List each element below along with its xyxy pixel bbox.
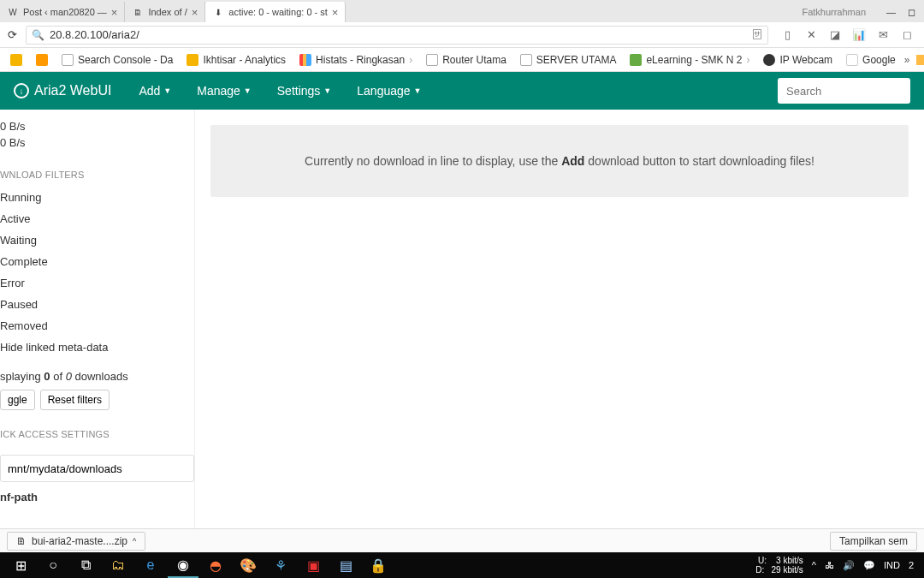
browser-tab[interactable]: 🗎 Index of / ×: [125, 2, 205, 22]
bookmarks-bar: Search Console - Da Ikhtisar - Analytics…: [0, 48, 924, 72]
show-all-downloads-button[interactable]: Tampilkan sem: [830, 532, 917, 551]
filter-waiting[interactable]: Waiting: [0, 229, 194, 251]
bookmark-item[interactable]: Google: [841, 51, 901, 69]
tray-notification-icon[interactable]: 💬: [863, 560, 875, 571]
jellyfish-icon[interactable]: ⚘: [265, 552, 296, 578]
bookmark-item[interactable]: Search Console - Da: [56, 51, 178, 69]
search-input[interactable]: [778, 78, 910, 104]
blogger-icon: [36, 54, 48, 66]
filter-removed[interactable]: Removed: [0, 315, 194, 337]
edge-icon[interactable]: e: [135, 552, 166, 578]
tab-title: active: 0 - waiting: 0 - st: [228, 7, 328, 17]
tray-chevron-icon[interactable]: ^: [812, 560, 816, 570]
search-icon[interactable]: ○: [38, 552, 68, 578]
folder-icon: [916, 55, 924, 65]
aria2-logo-icon: ↓: [14, 83, 29, 98]
file-explorer-icon[interactable]: 🗂: [103, 552, 133, 578]
download-chip[interactable]: 🗎 bui-aria2-maste....zip ^: [7, 532, 145, 551]
google-g-icon: [846, 54, 858, 66]
elearning-icon: [630, 54, 642, 66]
bookmark-item[interactable]: [5, 51, 27, 69]
minimize-icon[interactable]: —: [886, 7, 896, 18]
chevron-up-icon: ^: [133, 537, 136, 545]
analytics-icon: [187, 54, 198, 66]
translate-icon[interactable]: 🈂: [751, 28, 762, 41]
chevron-down-icon: ▼: [163, 86, 171, 95]
clock[interactable]: 2: [909, 560, 914, 570]
file-icon: 🗎: [16, 535, 27, 547]
empty-state-alert: Currently no download in line to display…: [210, 125, 909, 197]
bookmark-item[interactable]: Router Utama: [421, 51, 512, 69]
browser-tab[interactable]: W Post ‹ man20820 — ×: [0, 2, 125, 22]
address-input[interactable]: [50, 28, 746, 41]
sidebar: 0 B/s 0 B/s WNLOAD FILTERS Running Activ…: [0, 110, 195, 528]
start-icon[interactable]: ⊞: [5, 552, 36, 578]
toggle-button[interactable]: ggle: [0, 390, 35, 410]
browser-tab-active[interactable]: ⬇ active: 0 - waiting: 0 - st ×: [205, 2, 346, 22]
tray-volume-icon[interactable]: 🔊: [843, 560, 855, 571]
display-count: splaying 0 of 0 downloads: [0, 370, 194, 383]
device-icon[interactable]: ▯: [780, 28, 794, 42]
page-icon: [520, 54, 532, 66]
firefox-icon[interactable]: ◓: [200, 552, 231, 578]
stats-icon[interactable]: 📊: [852, 28, 866, 42]
bookmark-item[interactable]: SERVER UTAMA: [515, 51, 622, 69]
quick-access-heading: ICK ACCESS SETTINGS: [0, 429, 194, 439]
brand[interactable]: ↓ Aria2 WebUI: [14, 83, 111, 98]
location-icon[interactable]: ◪: [828, 28, 842, 42]
close-icon[interactable]: ×: [192, 6, 198, 19]
bookmark-item[interactable]: eLearning - SMK N 2›: [625, 51, 755, 69]
download-speed: 0 B/s: [0, 134, 194, 151]
google-icon: [10, 54, 22, 66]
close-icon[interactable]: ×: [332, 6, 339, 19]
filter-active[interactable]: Active: [0, 208, 194, 229]
red-app-icon[interactable]: ▣: [298, 552, 329, 578]
chevron-down-icon: ▼: [414, 86, 422, 95]
task-view-icon[interactable]: ⧉: [70, 552, 101, 578]
chevron-down-icon: ▼: [244, 86, 252, 95]
lock-icon[interactable]: 🔒: [363, 552, 394, 578]
bookmark-item[interactable]: Ikhtisar - Analytics: [181, 51, 291, 69]
download-icon: ⬇: [212, 6, 224, 18]
filter-complete[interactable]: Complete: [0, 251, 194, 272]
filter-paused[interactable]: Paused: [0, 294, 194, 315]
nav-manage[interactable]: Manage▼: [188, 79, 260, 103]
app-navbar: ↓ Aria2 WebUI Add▼ Manage▼ Settings▼ Lan…: [0, 72, 924, 110]
bookmark-item[interactable]: Histats - Ringkasan›: [294, 51, 418, 69]
taskbar: ⊞ ○ ⧉ 🗂 e ◉ ◓ 🎨 ⚘ ▣ ▤ 🔒 U: 3 kbit/s D: 2…: [0, 552, 924, 578]
watermark: Fatkhurrahman: [802, 7, 866, 18]
profile-icon[interactable]: ◻: [900, 28, 914, 42]
filter-running[interactable]: Running: [0, 187, 194, 208]
browser-tab-strip: W Post ‹ man20820 — × 🗎 Index of / × ⬇ a…: [0, 0, 924, 22]
reset-filters-button[interactable]: Reset filters: [40, 390, 110, 410]
maximize-icon[interactable]: ◻: [908, 7, 915, 18]
filter-hide-metadata[interactable]: Hide linked meta-data: [0, 337, 194, 358]
tab-title: Post ‹ man20820 —: [23, 7, 107, 17]
bookmark-item[interactable]: IP Webcam: [758, 51, 838, 69]
nav-language[interactable]: Language▼: [348, 79, 429, 103]
x-icon[interactable]: ✕: [804, 28, 818, 42]
putty-icon[interactable]: ▤: [330, 552, 361, 578]
nav-add[interactable]: Add▼: [130, 79, 180, 103]
search-icon: 🔍: [32, 29, 44, 41]
bookmarks-overflow-icon[interactable]: »: [904, 54, 910, 66]
network-stats: U: 3 kbit/s D: 29 kbit/s: [755, 556, 803, 575]
language-indicator[interactable]: IND: [884, 560, 900, 570]
conf-path-label: nf-path: [0, 491, 194, 504]
page-icon: 🗎: [132, 6, 144, 18]
reload-icon[interactable]: ⟳: [5, 28, 19, 42]
close-icon[interactable]: ×: [111, 6, 118, 19]
page-icon: [426, 54, 438, 66]
upload-speed: 0 B/s: [0, 118, 194, 134]
tab-title: Index of /: [148, 7, 187, 17]
paint-icon[interactable]: 🎨: [233, 552, 264, 578]
chrome-icon[interactable]: ◉: [168, 552, 198, 578]
webcam-icon: [763, 54, 775, 66]
download-path-input[interactable]: [0, 455, 194, 482]
filter-error[interactable]: Error: [0, 272, 194, 294]
mail-icon[interactable]: ✉: [876, 28, 890, 42]
tray-network-icon[interactable]: 🖧: [825, 560, 834, 570]
address-input-wrap[interactable]: 🔍 🈂: [26, 26, 768, 45]
nav-settings[interactable]: Settings▼: [269, 79, 341, 103]
bookmark-item[interactable]: [31, 51, 53, 69]
